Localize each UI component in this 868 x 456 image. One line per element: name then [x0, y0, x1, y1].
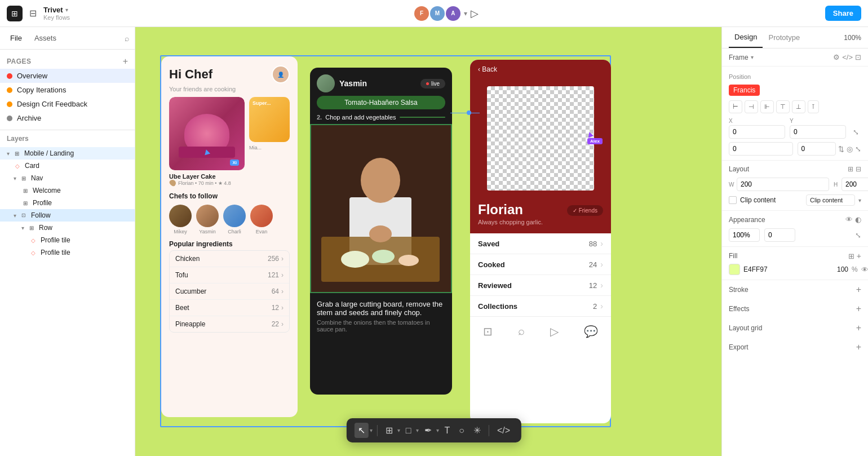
layer-profile-tile-1[interactable]: ◇ Profile tile	[0, 234, 135, 246]
chef-mikey[interactable]: Mikey	[169, 205, 192, 234]
ingredient-arrow-chicken: ›	[281, 255, 284, 263]
fill-hex-input[interactable]	[743, 265, 828, 273]
tab-assets[interactable]: Assets	[30, 32, 61, 45]
export-add-btn[interactable]: +	[856, 342, 861, 352]
h-input[interactable]	[842, 178, 868, 191]
align-top-btn[interactable]: ⊤	[776, 100, 790, 113]
layout-grid-icon[interactable]: ⊞	[848, 165, 853, 173]
align-left-btn[interactable]: ⊢	[729, 100, 742, 113]
ingredient-beet[interactable]: Beet 12 ›	[170, 300, 289, 316]
project-chevron-icon[interactable]: ▾	[65, 7, 68, 13]
ingredient-cucumber[interactable]: Cucumber 64 ›	[170, 284, 289, 300]
r2-icon-2[interactable]: ◎	[847, 145, 853, 153]
layout-grid-add-btn[interactable]: +	[856, 323, 861, 333]
toolbar-frame-btn[interactable]: ⊞	[382, 423, 396, 438]
frame-settings-icon[interactable]: ⚙	[833, 53, 840, 61]
r2-input[interactable]	[798, 142, 836, 156]
effects-add-btn[interactable]: +	[856, 304, 861, 314]
page-item-archive[interactable]: Archive	[0, 111, 135, 125]
layer-row[interactable]: ▾ ⊞ Row	[0, 222, 135, 234]
opacity-input[interactable]	[729, 228, 760, 242]
tab-icon-search[interactable]: ⌕	[518, 325, 525, 338]
right-tab-prototype[interactable]: Prototype	[763, 28, 805, 47]
chef-charli[interactable]: Charli	[223, 205, 246, 234]
frame-copy-icon[interactable]: ⊡	[855, 53, 861, 61]
toolbar-shape-btn[interactable]: □	[402, 423, 415, 438]
align-right-btn[interactable]: ⊩	[760, 100, 774, 113]
stat-collections[interactable]: Collections 2 ›	[470, 296, 611, 316]
rotation-input[interactable]	[729, 142, 793, 156]
friends-badge[interactable]: ✓ Friends	[567, 205, 603, 216]
avatar-more-icon[interactable]: ▾	[464, 10, 467, 17]
layer-card[interactable]: ◇ Card	[0, 160, 135, 172]
layer-welcome[interactable]: ⊞ Welcome	[0, 184, 135, 197]
layout-flex-icon[interactable]: ⊟	[856, 165, 861, 173]
toolbar-pen-btn[interactable]: ✒	[421, 423, 435, 438]
frame-yasmin[interactable]: Yasmin live Tomato-Habañero Salsa 2. Cho…	[310, 68, 452, 395]
frame-florian[interactable]: ‹ Back Alex Florian ✓ Friends	[470, 60, 611, 423]
toolbar-select-btn[interactable]: ↖	[355, 423, 369, 438]
chefs-row: Mikey Yasmin Charli Evan	[169, 205, 290, 234]
clip-select[interactable]: Clip content	[806, 194, 855, 206]
blend-icon[interactable]: ◐	[855, 215, 861, 224]
add-page-button[interactable]: +	[123, 56, 128, 67]
r2-icon-1[interactable]: ⇅	[838, 145, 844, 153]
stat-saved[interactable]: Saved 88 ›	[470, 233, 611, 254]
align-middle-btn[interactable]: ⊥	[792, 100, 805, 113]
fill-visibility-icon[interactable]: 👁	[861, 265, 868, 274]
page-item-design-crit[interactable]: Design Crit Feedback	[0, 97, 135, 111]
position-expand-icon[interactable]: ⤡	[851, 126, 861, 139]
fill-add-icon[interactable]: +	[857, 251, 861, 260]
search-icon[interactable]: ⌕	[125, 32, 129, 45]
stat-cooked[interactable]: Cooked 24 ›	[470, 254, 611, 275]
expand-corners-icon[interactable]: ⤡	[855, 231, 861, 240]
recipe-card-main[interactable]: Xi Ube Layer Cake Florian • 70 min • ★ 4…	[169, 97, 245, 187]
toolbar-chat-btn[interactable]: ○	[455, 423, 468, 438]
effects-section-header: Effects +	[722, 299, 868, 318]
chef-yasmin[interactable]: Yasmin	[196, 205, 219, 234]
figma-logo[interactable]	[7, 6, 23, 21]
fill-swatch[interactable]	[729, 264, 740, 275]
layer-nav[interactable]: ▾ ⊞ Nav	[0, 172, 135, 184]
panel-toggle-btn[interactable]: ⊟	[27, 6, 39, 21]
toolbar-code-btn[interactable]: </>	[494, 423, 513, 438]
layer-profile[interactable]: ⊞ Profile	[0, 197, 135, 209]
share-button[interactable]: Share	[825, 6, 861, 21]
r2-icon-3[interactable]: ⤡	[855, 145, 861, 153]
right-tab-design[interactable]: Design	[729, 27, 763, 48]
recipe-card-side[interactable]: Super... Mia...	[249, 97, 290, 187]
align-center-btn[interactable]: ⊣	[745, 100, 758, 113]
toolbar-component-btn[interactable]: ✳	[470, 423, 484, 438]
frame-code-icon[interactable]: </>	[842, 53, 853, 61]
tab-file[interactable]: File	[6, 32, 26, 45]
fill-opacity-input[interactable]	[831, 265, 848, 273]
stroke-add-btn[interactable]: +	[856, 285, 861, 295]
layer-follow[interactable]: ▾ ⊡ Follow	[0, 209, 135, 222]
play-button[interactable]: ▷	[471, 7, 479, 20]
tab-icon-save[interactable]: ⊡	[483, 325, 493, 338]
w-input[interactable]	[737, 178, 829, 191]
visibility-icon[interactable]: 👁	[845, 215, 853, 224]
tab-icon-message[interactable]: 💬	[584, 325, 598, 338]
ingredient-pineapple[interactable]: Pineapple 22 ›	[170, 316, 289, 332]
toolbar-text-btn[interactable]: T	[441, 423, 454, 438]
page-item-overview[interactable]: Overview	[0, 69, 135, 83]
tab-icon-play[interactable]: ▷	[550, 325, 559, 338]
clip-checkbox[interactable]	[729, 196, 737, 204]
fill-grid-icon[interactable]: ⊞	[848, 251, 854, 260]
layer-mobile-landing[interactable]: ▾ ⊞ Mobile / Landing	[0, 147, 135, 160]
frame-hichef[interactable]: Hi Chef 👤 Your friends are cooking	[161, 56, 298, 417]
ingredient-tofu[interactable]: Tofu 121 ›	[170, 267, 289, 284]
layer-profile-tile-2[interactable]: ◇ Profile tile	[0, 246, 135, 259]
corner-input[interactable]	[764, 228, 795, 242]
back-button[interactable]: ‹ Back	[478, 65, 497, 73]
x-input[interactable]	[729, 125, 785, 139]
canvas-area[interactable]: Hi Chef 👤 Your friends are cooking	[135, 27, 721, 456]
page-item-copy-iterations[interactable]: Copy Iterations	[0, 83, 135, 97]
layers-section-label: Layers	[7, 135, 29, 143]
y-input[interactable]	[790, 125, 846, 139]
align-bottom-btn[interactable]: ⊺	[808, 100, 819, 113]
chef-evan[interactable]: Evan	[250, 205, 273, 234]
ingredient-chicken[interactable]: Chicken 256 ›	[170, 251, 289, 267]
stat-reviewed[interactable]: Reviewed 12 ›	[470, 275, 611, 296]
